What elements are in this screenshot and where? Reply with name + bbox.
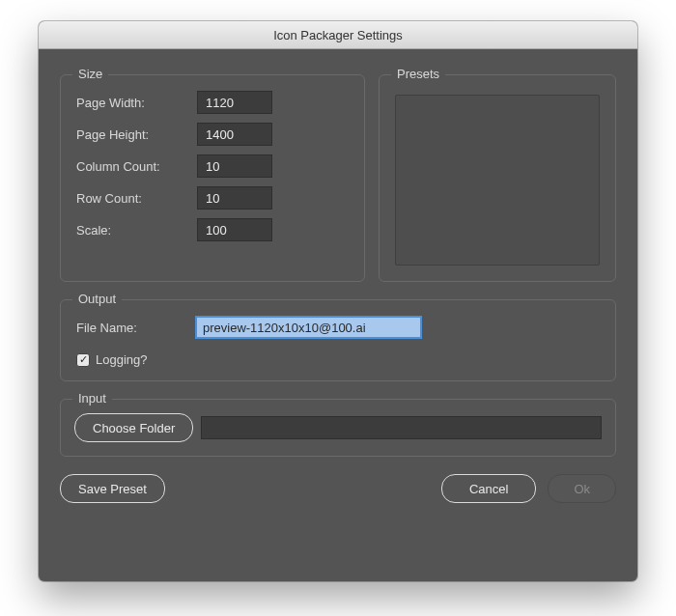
bottom-button-row: Save Preset Cancel Ok [60, 474, 616, 503]
presets-list[interactable] [395, 95, 600, 266]
input-group: Input Choose Folder [60, 399, 616, 457]
column-count-label: Column Count: [76, 159, 197, 174]
row-count-row: Row Count: [76, 186, 349, 210]
top-row: Size Page Width: Page Height: Column Cou… [60, 67, 616, 282]
dialog-content: Size Page Width: Page Height: Column Cou… [39, 49, 637, 581]
page-height-input[interactable] [197, 123, 272, 146]
input-group-label: Input [72, 391, 112, 406]
row-count-label: Row Count: [76, 191, 197, 206]
size-group-label: Size [72, 67, 108, 81]
logging-row: ✓ Logging? [76, 352, 600, 367]
input-row: Choose Folder [74, 413, 602, 442]
file-name-row: File Name: [76, 316, 600, 339]
folder-path-display [201, 416, 602, 439]
page-height-label: Page Height: [76, 127, 197, 142]
size-group: Size Page Width: Page Height: Column Cou… [60, 74, 365, 282]
presets-group-label: Presets [391, 67, 445, 81]
ok-button[interactable]: Ok [548, 474, 616, 503]
file-name-input[interactable] [195, 316, 422, 339]
presets-group: Presets [379, 74, 616, 282]
page-width-input[interactable] [197, 91, 272, 114]
page-height-row: Page Height: [76, 123, 349, 146]
cancel-button[interactable]: Cancel [441, 474, 536, 503]
scale-label: Scale: [76, 223, 197, 238]
check-icon: ✓ [79, 354, 88, 365]
column-count-row: Column Count: [76, 154, 349, 178]
window-title: Icon Packager Settings [273, 28, 403, 42]
file-name-label: File Name: [76, 321, 195, 335]
column-count-input[interactable] [197, 154, 272, 178]
scale-input[interactable] [197, 218, 272, 241]
page-width-row: Page Width: [76, 91, 349, 114]
page-width-label: Page Width: [76, 96, 197, 110]
logging-checkbox[interactable]: ✓ [76, 353, 90, 367]
logging-label: Logging? [96, 352, 148, 367]
save-preset-button[interactable]: Save Preset [60, 474, 165, 503]
scale-row: Scale: [76, 218, 349, 241]
titlebar: Icon Packager Settings [39, 21, 637, 49]
choose-folder-button[interactable]: Choose Folder [74, 413, 193, 442]
row-count-input[interactable] [197, 186, 272, 210]
output-group: Output File Name: ✓ Logging? [60, 299, 616, 381]
output-group-label: Output [72, 292, 122, 306]
dialog-window: Icon Packager Settings Size Page Width: … [39, 21, 637, 581]
